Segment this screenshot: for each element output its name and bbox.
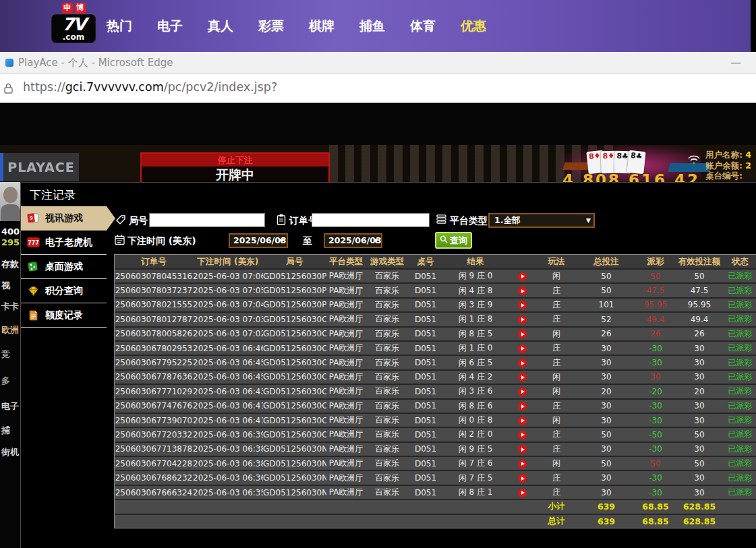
cell-platform: PA欧洲厅 — [326, 400, 366, 412]
dealt-cards: 8♦ 8♦ 8♣ 8♣ — [591, 151, 645, 173]
order-no-input[interactable] — [312, 213, 430, 227]
date-to-select[interactable]: 2025/06/03 ▼ — [324, 233, 382, 248]
cell-replay — [508, 286, 535, 295]
cell-platform: PA欧洲厅 — [326, 285, 366, 297]
cell-result: 闲 2 庄 0 — [442, 429, 508, 440]
nav-item-slots[interactable]: 电子 — [157, 18, 183, 35]
nav-item-hot[interactable]: 热门 — [107, 18, 132, 35]
cell-round-no: GD051256030O8 — [263, 372, 326, 382]
cell-payout: 47.5 — [635, 286, 676, 295]
cell-play-type: 闲 — [535, 371, 577, 383]
cell-payout: 49.4 — [635, 315, 676, 324]
col-header-round-no: 局号 — [263, 256, 326, 268]
cell-platform: PA欧洲厅 — [326, 357, 366, 369]
play-button[interactable] — [518, 431, 527, 439]
minimize-button[interactable]: — — [725, 55, 747, 70]
cell-table-no: D051 — [409, 488, 442, 497]
play-button[interactable] — [518, 344, 527, 353]
video-link-partial[interactable]: 视 — [1, 280, 10, 292]
menu-partial-5[interactable]: 街机 — [1, 446, 19, 458]
cell-status: 已派彩 — [723, 400, 756, 412]
cell-game-type: 百家乐 — [366, 342, 409, 354]
cell-replay — [508, 459, 535, 468]
play-button[interactable] — [518, 301, 527, 309]
cell-replay — [508, 315, 535, 324]
nav-item-promos[interactable]: 优惠 — [461, 18, 486, 35]
cell-play-type: 庄 — [535, 487, 577, 498]
nav-item-boardgames[interactable]: 棋牌 — [309, 18, 335, 35]
europe-hall-partial[interactable]: 欧洲 — [1, 324, 19, 336]
cell-valid-bet: 30 — [676, 473, 723, 483]
cell-payout: -30 — [635, 344, 676, 353]
cell-platform: PA欧洲厅 — [326, 473, 366, 484]
menu-partial-2[interactable]: 多 — [1, 375, 10, 387]
menu-partial-3[interactable]: 电子 — [1, 400, 19, 413]
logo-badge-left: 申 — [62, 3, 73, 13]
cell-game-type: 百家乐 — [366, 444, 409, 455]
platform-select[interactable]: 1.全部 ▼ — [488, 213, 595, 228]
sidebar-item-slots[interactable]: 777 电子老虎机 — [21, 231, 107, 255]
table-row: 250603067713878 2025-06-03 06:38:57 GD05… — [115, 443, 756, 457]
site-logo[interactable]: 申 博 7V .com — [51, 3, 96, 43]
table-row: 250603067802953 2025-06-03 06:46:27 GD05… — [115, 342, 756, 356]
cell-payout: 26 — [635, 329, 676, 338]
play-button[interactable] — [518, 474, 527, 483]
play-button[interactable] — [518, 402, 527, 410]
stop-betting-label: 停止下注 — [142, 154, 328, 166]
cell-valid-bet: 49.4 — [676, 315, 723, 324]
sidebar-item-table-games[interactable]: 桌面游戏 — [21, 255, 107, 279]
cell-play-type: 庄 — [535, 299, 577, 311]
card-link-partial[interactable]: 卡卡 — [1, 301, 19, 313]
wifi-icon — [687, 154, 701, 168]
play-button[interactable] — [518, 460, 527, 468]
play-button[interactable] — [518, 315, 527, 324]
col-header-valid-bet: 有效投注额 — [676, 256, 723, 268]
cell-table-no: D051 — [409, 444, 442, 454]
sidebar-item-video-games[interactable]: 9 视讯游戏 — [21, 206, 107, 231]
deposit-link-partial[interactable]: 存款 — [1, 258, 19, 270]
url-text[interactable]: https://gci.7vvvvvv.com/pc/pcv2/index.js… — [23, 80, 277, 94]
cell-game-type: 百家乐 — [366, 328, 409, 340]
nav-item-live[interactable]: 真人 — [208, 18, 233, 35]
menu-partial-4[interactable]: 捕 — [1, 425, 10, 437]
play-button[interactable] — [518, 388, 527, 396]
screen: 申 博 7V .com 热门 电子 真人 彩票 棋牌 捕鱼 体育 优惠 Play… — [0, 0, 756, 548]
play-button[interactable] — [518, 445, 527, 454]
cell-table-no: D051 — [409, 430, 442, 439]
nav-item-sports[interactable]: 体育 — [410, 18, 436, 35]
play-button[interactable] — [518, 373, 527, 382]
search-button[interactable]: 查询 — [435, 232, 472, 249]
play-button[interactable] — [518, 330, 527, 338]
menu-partial-1[interactable]: 竞 — [1, 348, 10, 361]
cell-table-no: D051 — [409, 387, 442, 396]
play-button[interactable] — [518, 417, 527, 425]
game-status-box: 停止下注 开牌中 — [140, 152, 330, 182]
play-button[interactable] — [518, 286, 527, 295]
cell-round-no: GD051256030O9 — [263, 358, 326, 367]
left-menu-strip: 4003 295. 存款 视 卡卡 欧洲 竞 多 电子 捕 街机 — [0, 182, 20, 548]
round-no-input[interactable] — [149, 213, 265, 227]
play-button[interactable] — [518, 489, 527, 497]
play-button[interactable] — [518, 359, 527, 367]
dice-icon — [27, 261, 40, 273]
total-label: 总计 — [535, 516, 577, 527]
site-navbar: 申 博 7V .com 热门 电子 真人 彩票 棋牌 捕鱼 体育 优惠 — [0, 0, 751, 52]
date-from-select[interactable]: 2025/06/03 ▼ — [229, 233, 288, 248]
cell-valid-bet: 30 — [676, 358, 723, 367]
cell-valid-bet: 20 — [676, 387, 723, 396]
nav-item-lottery[interactable]: 彩票 — [258, 18, 284, 35]
cell-total-bet: 20 — [577, 387, 635, 396]
play-button[interactable] — [518, 272, 527, 281]
col-header-game-type: 游戏类型 — [366, 256, 409, 268]
cell-total-bet: 30 — [577, 473, 635, 483]
total-bet: 639 — [577, 516, 635, 526]
url-domain: gci.7vvvvvv.com — [65, 80, 164, 94]
table-row: 250603078037237 2025-06-03 07:05:28 GD05… — [115, 284, 756, 298]
nav-item-fishing[interactable]: 捕鱼 — [359, 18, 385, 35]
cell-result: 闲 3 庄 6 — [442, 386, 508, 397]
lock-icon[interactable] — [2, 82, 14, 97]
cell-total-bet: 30 — [577, 401, 635, 410]
sidebar-item-points[interactable]: 积分查询 — [21, 279, 107, 303]
sidebar-item-quota-records[interactable]: 额度记录 — [21, 303, 107, 328]
cell-status: 已派彩 — [723, 458, 756, 469]
